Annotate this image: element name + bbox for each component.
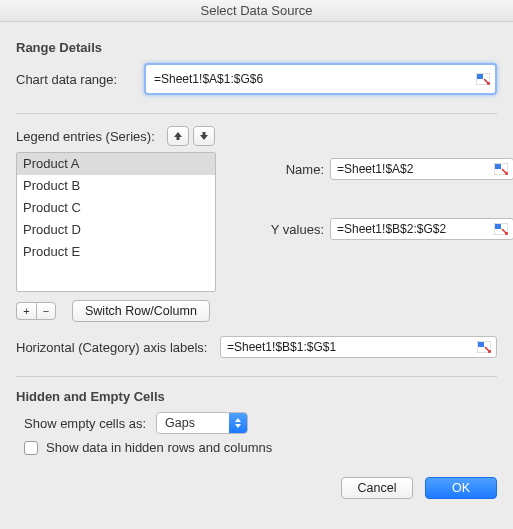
horizontal-axis-input[interactable] (223, 337, 474, 357)
range-picker-icon[interactable] (476, 340, 492, 354)
series-listbox[interactable]: Product A Product B Product C Product D … (16, 152, 216, 292)
list-item[interactable]: Product D (17, 219, 215, 241)
list-item[interactable]: Product E (17, 241, 215, 263)
svg-rect-5 (495, 224, 501, 229)
list-item[interactable]: Product C (17, 197, 215, 219)
ok-button[interactable]: OK (425, 477, 497, 499)
svg-rect-1 (477, 74, 483, 79)
add-series-button[interactable]: + (16, 302, 36, 320)
select-caret-icon (229, 413, 247, 433)
chart-data-range-field-wrap (144, 63, 497, 95)
series-name-input[interactable] (333, 159, 491, 179)
range-picker-icon[interactable] (475, 72, 491, 86)
chart-data-range-input[interactable] (148, 67, 473, 91)
series-name-label: Name: (234, 162, 330, 177)
cancel-button[interactable]: Cancel (341, 477, 413, 499)
list-item[interactable]: Product B (17, 175, 215, 197)
switch-row-column-button[interactable]: Switch Row/Column (72, 300, 210, 322)
range-picker-icon[interactable] (493, 222, 509, 236)
show-hidden-checkbox[interactable] (24, 441, 38, 455)
window-title: Select Data Source (0, 0, 513, 22)
svg-rect-3 (495, 164, 501, 169)
divider (16, 376, 497, 377)
move-up-button[interactable] (167, 126, 189, 146)
show-empty-cells-label: Show empty cells as: (24, 416, 146, 431)
divider (16, 113, 497, 114)
legend-entries-label: Legend entries (Series): (16, 129, 155, 144)
horizontal-axis-label: Horizontal (Category) axis labels: (16, 340, 220, 355)
hidden-empty-heading: Hidden and Empty Cells (16, 389, 497, 404)
series-yvalues-label: Y values: (234, 222, 330, 237)
remove-series-button[interactable]: − (36, 302, 56, 320)
show-empty-cells-value: Gaps (165, 416, 195, 430)
show-hidden-label: Show data in hidden rows and columns (46, 440, 272, 455)
list-item[interactable]: Product A (17, 153, 215, 175)
show-empty-cells-select[interactable]: Gaps (156, 412, 248, 434)
chart-data-range-label: Chart data range: (16, 72, 144, 87)
range-picker-icon[interactable] (493, 162, 509, 176)
move-down-button[interactable] (193, 126, 215, 146)
series-yvalues-input[interactable] (333, 219, 491, 239)
svg-rect-7 (478, 342, 484, 347)
range-details-heading: Range Details (16, 40, 497, 55)
